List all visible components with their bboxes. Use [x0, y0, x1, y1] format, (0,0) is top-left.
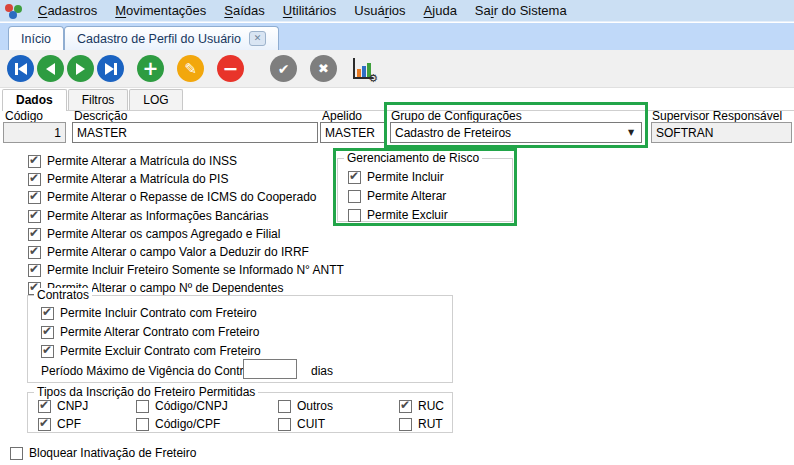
perm-bancarias-row[interactable]: Permite Alterar as Informações Bancárias	[28, 209, 268, 223]
bloquear-inativacao-row[interactable]: Bloquear Inativação de Freteiro	[10, 446, 196, 460]
checkbox[interactable]	[399, 400, 412, 413]
tipo-cnpj-row[interactable]: CNPJ	[38, 399, 88, 413]
checkbox[interactable]	[278, 400, 291, 413]
checkbox[interactable]	[348, 171, 361, 184]
previous-record-button[interactable]	[37, 55, 64, 82]
checkbox[interactable]	[136, 400, 149, 413]
tipo-label: RUT	[418, 417, 443, 431]
perm-antt-row[interactable]: Permite Incluir Freteiro Somente se Info…	[28, 263, 344, 277]
perm-label: Permite Alterar o campo Valor a Deduzir …	[47, 245, 309, 259]
gerenciamento-risco-highlight: Gerenciamento de Risco Permite Incluir P…	[333, 148, 517, 226]
contrato-label: Permite Alterar Contrato com Freteiro	[60, 325, 259, 339]
perm-label: Permite Alterar a Matrícula do PIS	[47, 172, 228, 186]
last-record-button[interactable]	[97, 55, 124, 82]
tab-dados[interactable]: Dados	[2, 89, 67, 111]
periodo-vigencia-field[interactable]	[243, 359, 297, 379]
risk-incluir-row[interactable]: Permite Incluir	[348, 170, 444, 184]
contrato-incluir-row[interactable]: Permite Incluir Contrato com Freteiro	[41, 306, 257, 320]
contrato-label: Permite Excluir Contrato com Freteiro	[60, 344, 261, 358]
checkbox[interactable]	[41, 326, 54, 339]
perm-icms-row[interactable]: Permite Alterar o Repasse de ICMS do Coo…	[28, 190, 316, 204]
toolbar: + ✎ − ✔ ✖ ⚙	[0, 50, 794, 88]
grupo-configuracoes-highlight: Grupo de Configurações Cadastro de Frete…	[384, 102, 648, 148]
next-record-button[interactable]	[67, 55, 94, 82]
grupo-configuracoes-select[interactable]: Cadastro de Freteiros ▼	[390, 122, 642, 143]
descricao-field[interactable]	[72, 122, 318, 143]
checkbox[interactable]	[28, 173, 41, 186]
checkbox[interactable]	[348, 209, 361, 222]
menu-saidas[interactable]: Saídas	[215, 1, 273, 20]
checkbox[interactable]	[38, 418, 51, 431]
gerenciamento-risco-title: Gerenciamento de Risco	[344, 151, 482, 165]
users-group-icon	[4, 3, 23, 19]
confirm-button[interactable]: ✔	[270, 55, 297, 82]
perm-inss-row[interactable]: Permite Alterar a Matrícula do INSS	[28, 154, 237, 168]
codigo-label: Código	[5, 109, 43, 123]
risk-label: Permite Excluir	[367, 208, 448, 222]
tipo-cpf-row[interactable]: CPF	[38, 417, 81, 431]
checkbox[interactable]	[28, 155, 41, 168]
checkbox[interactable]	[399, 418, 412, 431]
menu-bar: Cadastros Movimentações Saídas Utilitári…	[0, 0, 794, 22]
tab-log[interactable]: LOG	[129, 89, 182, 110]
apelido-field[interactable]	[320, 122, 386, 143]
checkbox[interactable]	[41, 345, 54, 358]
grupo-configuracoes-value: Cadastro de Freteiros	[395, 126, 511, 140]
menu-sair-do-sistema[interactable]: Sair do Sistema	[466, 1, 576, 20]
menu-ajuda[interactable]: Ajuda	[415, 1, 466, 20]
menu-cadastros[interactable]: Cadastros	[29, 1, 106, 20]
edit-button[interactable]: ✎	[177, 55, 204, 82]
menu-usuarios[interactable]: Usuários	[345, 1, 414, 20]
grupo-configuracoes-label: Grupo de Configurações	[391, 109, 522, 123]
tipo-rut-row[interactable]: RUT	[399, 417, 443, 431]
checkbox[interactable]	[348, 190, 361, 203]
add-button[interactable]: +	[137, 55, 164, 82]
descricao-label: Descrição	[74, 109, 127, 123]
dias-suffix-label: dias	[311, 364, 333, 378]
checkbox[interactable]	[28, 210, 41, 223]
checkbox[interactable]	[10, 447, 23, 460]
tab-filtros[interactable]: Filtros	[68, 89, 129, 110]
codigo-field	[3, 122, 66, 143]
close-tab-icon[interactable]: ✕	[249, 31, 266, 46]
risk-excluir-row[interactable]: Permite Excluir	[348, 208, 448, 222]
checkbox[interactable]	[28, 228, 41, 241]
checkbox[interactable]	[28, 191, 41, 204]
tipo-label: Código/CPF	[155, 417, 220, 431]
chart-settings-icon[interactable]: ⚙	[351, 57, 377, 81]
tipo-outros-row[interactable]: Outros	[278, 399, 333, 413]
tab-inicio-label: Início	[21, 32, 51, 46]
checkbox[interactable]	[278, 418, 291, 431]
checkbox[interactable]	[136, 418, 149, 431]
perm-pis-row[interactable]: Permite Alterar a Matrícula do PIS	[28, 172, 228, 186]
delete-button[interactable]: −	[217, 55, 244, 82]
checkbox[interactable]	[28, 246, 41, 259]
first-record-button[interactable]	[7, 55, 34, 82]
tab-inicio[interactable]: Início	[8, 26, 64, 50]
contrato-alterar-row[interactable]: Permite Alterar Contrato com Freteiro	[41, 325, 259, 339]
tipo-codigo-cnpj-row[interactable]: Código/CNPJ	[136, 399, 228, 413]
tipo-label: CPF	[57, 417, 81, 431]
perm-irrf-row[interactable]: Permite Alterar o campo Valor a Deduzir …	[28, 245, 309, 259]
contrato-excluir-row[interactable]: Permite Excluir Contrato com Freteiro	[41, 344, 261, 358]
menu-movimentacoes[interactable]: Movimentações	[106, 1, 215, 20]
tipo-codigo-cpf-row[interactable]: Código/CPF	[136, 417, 220, 431]
supervisor-field	[651, 122, 792, 143]
checkbox[interactable]	[28, 264, 41, 277]
menu-utilitarios[interactable]: Utilitários	[274, 1, 345, 20]
chevron-down-icon[interactable]: ▼	[623, 125, 639, 140]
tipo-ruc-row[interactable]: RUC	[399, 399, 444, 413]
supervisor-label: Supervisor Responsável	[652, 109, 782, 123]
perm-agregado-row[interactable]: Permite Alterar os campos Agregado e Fil…	[28, 227, 280, 241]
tipo-label: CUIT	[297, 417, 325, 431]
risk-alterar-row[interactable]: Permite Alterar	[348, 189, 446, 203]
checkbox[interactable]	[41, 307, 54, 320]
contratos-groupbox: Contratos Permite Incluir Contrato com F…	[27, 295, 453, 383]
perm-label: Permite Alterar os campos Agregado e Fil…	[47, 227, 280, 241]
tab-cadastro-perfil-usuario[interactable]: Cadastro de Perfil do Usuário ✕	[64, 26, 279, 50]
contratos-title: Contratos	[34, 288, 92, 302]
checkbox[interactable]	[38, 400, 51, 413]
cancel-button[interactable]: ✖	[310, 55, 337, 82]
risk-label: Permite Incluir	[367, 170, 444, 184]
tipo-cuit-row[interactable]: CUIT	[278, 417, 325, 431]
